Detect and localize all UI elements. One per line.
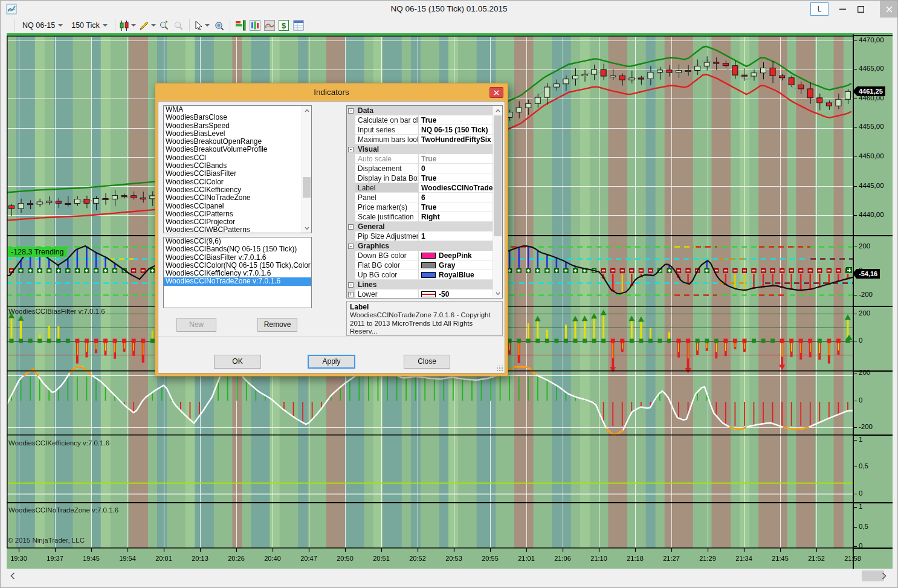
list-item[interactable]: WoodiesBreakoutOpenRange xyxy=(164,138,311,146)
property-row[interactable]: Down BG colorDeepPink xyxy=(347,251,502,260)
property-value[interactable]: TwoHundredFiftySix xyxy=(419,135,502,144)
ok-button[interactable]: OK xyxy=(214,355,261,369)
property-value[interactable]: Gray xyxy=(419,260,502,270)
drawing-tools-button[interactable] xyxy=(138,19,157,32)
close-button[interactable] xyxy=(880,1,898,18)
collapse-icon[interactable]: - xyxy=(348,244,354,249)
scroll-up-icon[interactable] xyxy=(302,106,312,115)
scroll-up-icon[interactable] xyxy=(493,106,503,115)
resize-grip[interactable] xyxy=(497,366,503,372)
property-value[interactable]: NQ 06-15 (150 Tick) xyxy=(419,125,502,135)
property-section[interactable]: -Graphics xyxy=(347,241,502,251)
chart-trader-button[interactable] xyxy=(233,19,248,32)
close-dialog-button[interactable]: Close xyxy=(404,355,450,369)
grid-scrollbar[interactable] xyxy=(493,106,502,298)
configured-indicator-item[interactable]: WoodiesCCIColor(NQ 06-15 (150 Tick),Colo… xyxy=(164,262,311,270)
list-scrollbar[interactable] xyxy=(302,106,311,233)
link-button[interactable]: L xyxy=(810,2,829,16)
property-value[interactable]: True xyxy=(419,202,502,212)
zoom-in-button[interactable] xyxy=(157,19,172,32)
minimize-button[interactable] xyxy=(833,1,851,18)
data-grid-button[interactable] xyxy=(291,19,306,32)
scroll-right-icon[interactable] xyxy=(878,569,890,583)
property-row[interactable]: Scale justificationRight xyxy=(347,212,502,222)
property-value[interactable]: 1 xyxy=(419,231,502,241)
mini-chart-button[interactable] xyxy=(262,19,277,32)
property-value[interactable]: True xyxy=(419,154,502,164)
new-button[interactable]: New xyxy=(176,318,216,332)
price-axis[interactable]: 4470,004465,004460,004455,004450,004445,… xyxy=(853,34,893,569)
instrument-dropdown[interactable]: NQ 06-15 xyxy=(18,20,67,31)
list-item[interactable]: WoodiesBiasLevel xyxy=(164,130,311,138)
property-value[interactable]: 6 xyxy=(419,193,502,202)
market-depth-button[interactable] xyxy=(248,19,262,32)
property-row[interactable]: Up BG colorRoyalBlue xyxy=(347,270,502,280)
property-row[interactable]: Pip Size Adjustment1 xyxy=(347,231,502,241)
list-item[interactable]: WoodiesBarsSpeed xyxy=(164,122,311,130)
property-grid[interactable]: -DataCalculate on bar closTrueInput seri… xyxy=(346,105,503,299)
dialog-close-button[interactable] xyxy=(489,87,503,98)
property-row[interactable]: Auto scaleTrue xyxy=(347,154,502,164)
list-item[interactable]: WoodiesCCIpanel xyxy=(164,202,311,210)
property-row[interactable]: Maximum bars look bTwoHundredFiftySix xyxy=(347,135,502,144)
list-item[interactable]: WoodiesCCIBands xyxy=(164,162,311,170)
list-item[interactable]: WoodiesCCIProjector xyxy=(164,218,311,226)
list-item[interactable]: WoodiesCCI xyxy=(164,154,311,162)
scrollbar-thumb[interactable] xyxy=(303,177,311,198)
configured-indicator-item[interactable]: WoodiesCCIBands(NQ 06-15 (150 Tick)) xyxy=(164,245,311,253)
property-row[interactable]: Calculate on bar closTrue xyxy=(347,115,502,125)
property-row[interactable]: Panel6 xyxy=(347,193,502,202)
property-row[interactable]: +Lower-50 xyxy=(347,289,502,299)
horizontal-scrollbar[interactable] xyxy=(7,569,893,583)
collapse-icon[interactable]: - xyxy=(348,147,354,152)
property-row[interactable]: LabelWoodiesCCINoTrade xyxy=(347,183,502,193)
list-item[interactable]: WoodiesBarsClose xyxy=(164,114,311,121)
collapse-icon[interactable]: - xyxy=(348,282,354,288)
property-value[interactable]: WoodiesCCINoTrade xyxy=(419,183,502,193)
expand-icon[interactable]: + xyxy=(348,292,354,297)
cursor-button[interactable] xyxy=(193,19,212,32)
property-value[interactable]: -50 xyxy=(419,289,502,299)
list-item[interactable]: WoodiesCCIKefficiency xyxy=(164,186,311,194)
property-row[interactable]: Input seriesNQ 06-15 (150 Tick) xyxy=(347,125,502,135)
crosshair-button[interactable] xyxy=(212,19,227,32)
property-value[interactable]: Right xyxy=(419,212,502,222)
property-value[interactable]: 0 xyxy=(419,164,502,173)
property-section[interactable]: -Data xyxy=(347,106,502,115)
configured-indicator-item[interactable]: WoodiesCCIBiasFilter v:7.0.1.6 xyxy=(164,254,311,262)
configured-indicator-item[interactable]: WoodiesCCI(9,6) xyxy=(164,237,311,245)
property-row[interactable]: Flat BG colorGray xyxy=(347,260,502,270)
property-section[interactable]: -Visual xyxy=(347,144,502,154)
property-row[interactable]: Displacement0 xyxy=(347,164,502,173)
collapse-icon[interactable]: - xyxy=(348,108,354,114)
list-item[interactable]: WoodiesCCIColor xyxy=(164,178,311,186)
list-item[interactable]: WoodiesCCINoTradeZone xyxy=(164,194,311,202)
property-row[interactable]: Price marker(s)True xyxy=(347,202,502,212)
list-item[interactable]: WoodiesCCIWBCPatterns xyxy=(164,226,311,233)
list-item[interactable]: WoodiesBreakoutVolumeProfile xyxy=(164,146,311,153)
collapse-icon[interactable]: - xyxy=(348,224,354,230)
apply-button[interactable]: Apply xyxy=(308,355,355,369)
property-value[interactable]: RoyalBlue xyxy=(419,270,502,280)
available-indicators-list[interactable]: WMAWoodiesBarsCloseWoodiesBarsSpeedWoodi… xyxy=(163,105,312,233)
scroll-down-icon[interactable] xyxy=(493,289,503,298)
property-value[interactable]: True xyxy=(419,115,502,125)
chart-style-button[interactable] xyxy=(118,19,138,32)
maximize-button[interactable] xyxy=(851,1,870,18)
period-dropdown[interactable]: 150 Tick xyxy=(67,20,112,31)
scroll-down-icon[interactable] xyxy=(302,224,312,233)
property-section[interactable]: -Lines xyxy=(347,280,502,289)
scroll-left-icon[interactable] xyxy=(7,569,19,583)
account-button[interactable]: $ xyxy=(277,19,291,32)
property-value[interactable]: True xyxy=(419,173,502,183)
list-item[interactable]: WoodiesCCIPatterns xyxy=(164,210,311,218)
list-item[interactable]: WMA xyxy=(164,106,311,114)
list-item[interactable]: WoodiesCCIBiasFilter xyxy=(164,170,311,178)
configured-indicators-list[interactable]: WoodiesCCI(9,6)WoodiesCCIBands(NQ 06-15 … xyxy=(163,237,312,308)
remove-button[interactable]: Remove xyxy=(257,318,297,332)
property-section[interactable]: -General xyxy=(347,222,502,231)
property-value[interactable]: DeepPink xyxy=(419,251,502,260)
property-row[interactable]: Display in Data BoxTrue xyxy=(347,173,502,183)
configured-indicator-item[interactable]: WoodiesCCIKefficiency v:7.0.1.6 xyxy=(164,270,311,277)
zoom-out-button[interactable] xyxy=(172,19,186,32)
